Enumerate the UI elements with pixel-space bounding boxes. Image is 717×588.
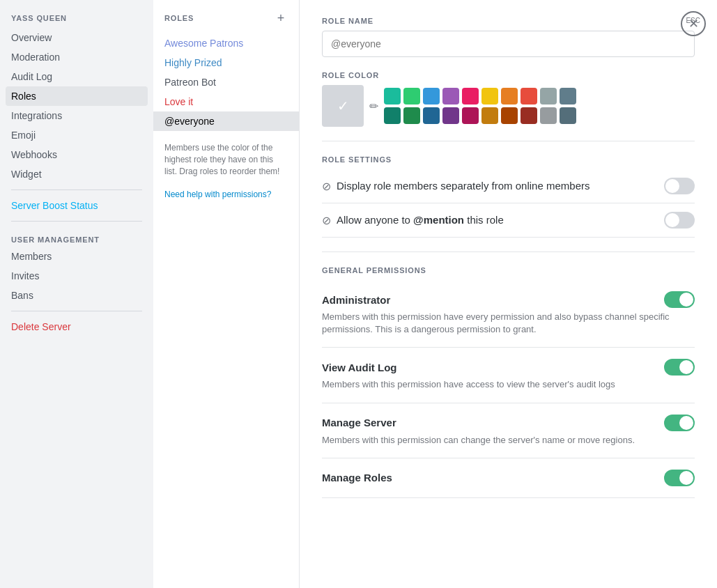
toggle-manage-roles[interactable] — [664, 470, 695, 486]
main-content: ✕ ESC ROLE NAME ROLE COLOR ✓ ✏ ROLE SETT… — [300, 0, 717, 588]
roles-header: ROLES + — [153, 11, 299, 33]
color-swatch[interactable] — [462, 107, 479, 124]
perm-desc-administrator: Members with this permission have every … — [322, 311, 695, 336]
sidebar-item-delete-server[interactable]: Delete Server — [6, 317, 148, 336]
role-name-input[interactable] — [322, 31, 695, 57]
perm-title-manage-server: Manage Server — [322, 417, 396, 428]
sidebar-item-roles[interactable]: Roles — [6, 86, 148, 106]
perm-row-administrator: Administrator Members with this permissi… — [322, 280, 695, 348]
close-button[interactable]: ✕ — [681, 11, 706, 36]
add-role-button[interactable]: + — [274, 11, 288, 25]
setting-row-display-separate: ⊘ Display role members separately from o… — [322, 169, 695, 203]
perm-header-administrator: Administrator — [322, 291, 695, 308]
roles-header-title: ROLES — [164, 14, 194, 22]
sidebar-divider-3 — [11, 311, 142, 311]
role-item-awesome-patrons[interactable]: Awesome Patrons — [153, 33, 299, 53]
perm-header-manage-server: Manage Server — [322, 415, 695, 431]
close-area: ✕ ESC — [686, 17, 700, 24]
role-color-section: ROLE COLOR ✓ ✏ — [322, 71, 695, 127]
color-swatch[interactable] — [403, 107, 420, 124]
color-swatch[interactable] — [462, 88, 479, 105]
role-item-everyone[interactable]: @everyone — [153, 111, 299, 131]
role-item-love-it[interactable]: Love it — [153, 92, 299, 111]
toggle-allow-mention[interactable] — [664, 212, 695, 229]
color-swatch[interactable] — [521, 88, 537, 105]
sidebar-divider-2 — [11, 221, 142, 222]
color-swatch[interactable] — [384, 88, 401, 105]
sidebar-item-overview[interactable]: Overview — [6, 28, 148, 47]
perm-desc-manage-server: Members with this permission can change … — [322, 434, 695, 447]
perm-header-manage-roles: Manage Roles — [322, 470, 695, 486]
color-swatch[interactable] — [540, 88, 557, 105]
sidebar-item-moderation[interactable]: Moderation — [6, 47, 148, 67]
sidebar: YASS QUEEN Overview Moderation Audit Log… — [0, 0, 153, 588]
color-swatch[interactable] — [560, 107, 576, 124]
no-icon-mention: ⊘ — [322, 214, 331, 227]
perm-title-manage-roles: Manage Roles — [322, 472, 392, 483]
color-swatch[interactable] — [481, 107, 498, 124]
perm-row-view-audit-log: View Audit Log Members with this permiss… — [322, 348, 695, 403]
perm-desc-view-audit-log: Members with this permission have access… — [322, 378, 695, 391]
sidebar-item-invites[interactable]: Invites — [6, 266, 148, 286]
sidebar-item-emoji[interactable]: Emoji — [6, 125, 148, 145]
server-name: YASS QUEEN — [6, 11, 148, 28]
role-item-highly-prized[interactable]: Highly Prized — [153, 53, 299, 72]
color-preview[interactable]: ✓ — [322, 85, 364, 127]
role-name-label: ROLE NAME — [322, 17, 695, 25]
general-permissions-divider — [322, 252, 695, 252]
sidebar-item-members[interactable]: Members — [6, 247, 148, 266]
color-swatch[interactable] — [501, 88, 518, 105]
perm-row-manage-server: Manage Server Members with this permissi… — [322, 403, 695, 458]
perm-row-manage-roles: Manage Roles — [322, 458, 695, 498]
setting-left-display: ⊘ Display role members separately from o… — [322, 179, 664, 193]
toggle-manage-server[interactable] — [664, 415, 695, 431]
roles-panel: ROLES + Awesome Patrons Highly Prized Pa… — [153, 0, 300, 588]
setting-left-mention: ⊘ Allow anyone to @mention this role — [322, 213, 664, 227]
role-settings-divider — [322, 141, 695, 141]
roles-info: Members use the color of the highest rol… — [153, 131, 299, 188]
roles-help-link[interactable]: Need help with permissions? — [164, 189, 271, 199]
user-management-label: USER MANAGEMENT — [6, 227, 148, 247]
setting-row-allow-mention: ⊘ Allow anyone to @mention this role — [322, 203, 695, 238]
perm-title-view-audit-log: View Audit Log — [322, 362, 397, 373]
role-color-label: ROLE COLOR — [322, 71, 695, 79]
no-icon-display: ⊘ — [322, 180, 331, 193]
sidebar-item-widget[interactable]: Widget — [6, 164, 148, 184]
color-swatch[interactable] — [423, 107, 440, 124]
toggle-display-separate[interactable] — [664, 178, 695, 194]
toggle-view-audit-log[interactable] — [664, 359, 695, 376]
sidebar-item-bans[interactable]: Bans — [6, 286, 148, 305]
setting-text-mention: Allow anyone to @mention this role — [337, 213, 504, 227]
color-swatch[interactable] — [521, 107, 537, 124]
color-swatch[interactable] — [481, 88, 498, 105]
perm-header-view-audit-log: View Audit Log — [322, 359, 695, 376]
color-swatch[interactable] — [501, 107, 518, 124]
color-swatches — [384, 88, 576, 124]
toggle-administrator[interactable] — [664, 291, 695, 308]
sidebar-item-audit-log[interactable]: Audit Log — [6, 67, 148, 86]
general-permissions-label: GENERAL PERMISSIONS — [322, 266, 695, 274]
color-swatch[interactable] — [540, 107, 557, 124]
color-swatch[interactable] — [442, 88, 459, 105]
color-swatch[interactable] — [403, 88, 420, 105]
color-swatch[interactable] — [442, 107, 459, 124]
color-swatch[interactable] — [560, 88, 576, 105]
role-settings-label: ROLE SETTINGS — [322, 155, 695, 164]
perm-title-administrator: Administrator — [322, 294, 390, 306]
role-item-patreon-bot[interactable]: Patreon Bot — [153, 72, 299, 92]
sidebar-item-webhooks[interactable]: Webhooks — [6, 145, 148, 164]
color-row: ✓ ✏ — [322, 85, 695, 127]
sidebar-item-integrations[interactable]: Integrations — [6, 106, 148, 125]
sidebar-item-server-boost[interactable]: Server Boost Status — [6, 196, 148, 215]
color-picker-icon[interactable]: ✏ — [369, 100, 378, 113]
setting-text-display: Display role members separately from onl… — [337, 179, 589, 193]
color-swatch[interactable] — [423, 88, 440, 105]
sidebar-divider-1 — [11, 189, 142, 190]
color-swatch[interactable] — [384, 107, 401, 124]
